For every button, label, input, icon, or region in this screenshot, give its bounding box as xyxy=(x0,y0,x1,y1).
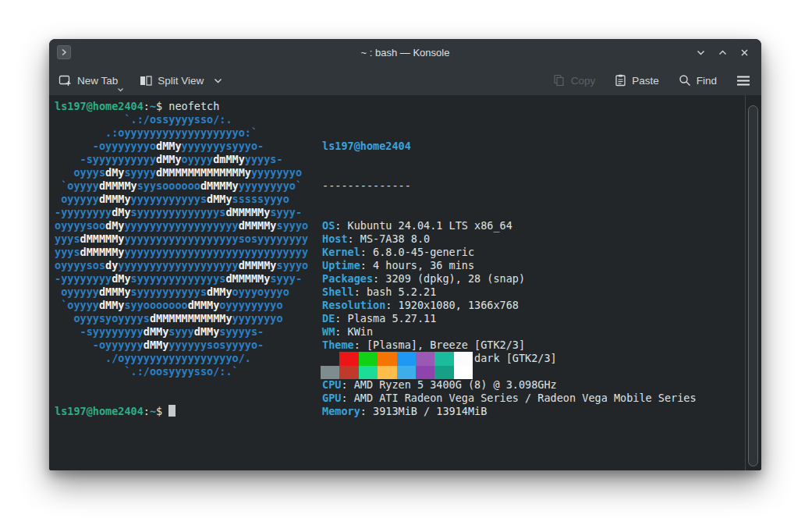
find-label: Find xyxy=(697,75,717,87)
toolbar-left-group: New Tab Split View xyxy=(59,74,222,87)
color-swatch xyxy=(397,352,416,366)
color-swatch xyxy=(359,366,378,380)
info-entry: WM: KWin xyxy=(322,325,697,339)
palette-row2 xyxy=(321,366,473,380)
color-swatch xyxy=(378,366,396,380)
prompt-path: ~ xyxy=(150,405,156,417)
terminal[interactable]: ls197@home2404:~$ neofetch `.:/ossyyyyss… xyxy=(49,95,761,470)
new-tab-button[interactable]: New Tab xyxy=(59,74,118,87)
info-entry: Resolution: 1920x1080, 1366x768 xyxy=(322,299,697,312)
command-line: ls197@home2404:~$ neofetch xyxy=(55,100,219,113)
prompt-colon: : xyxy=(144,100,150,112)
ascii-art-line: oyyyysoodMyyyyyyyyyyyyyyyyyyydMMMMysyyyo xyxy=(55,219,308,232)
prompt-dollar: $ xyxy=(156,405,168,417)
info-entry: GPU: AMD ATI Radeon Vega Series / Radeon… xyxy=(322,392,697,405)
ascii-art-line: -oyyyyyyyodMMyyyyyyyysyyyo- xyxy=(55,140,308,153)
info-entry: Theme: [Plasma], Breeze [GTK2/3] xyxy=(322,339,697,352)
ascii-art-line: .:oyyyyyyyyyyyyyyyyyyo:` xyxy=(55,126,308,140)
info-entry: Memory: 3913MiB / 13914MiB xyxy=(322,405,697,418)
split-view-icon xyxy=(140,75,152,87)
ascii-art-line: -yyyyyyyydMysyyyyyyyyyyyyysdMMMMMysyyy- xyxy=(55,272,308,286)
find-button[interactable]: Find xyxy=(679,74,717,87)
color-swatch xyxy=(339,352,358,366)
color-swatch xyxy=(321,352,339,366)
ascii-art-line: `oyyyydMMMMysyysoooooodMMMMyyyyyyyyyo` xyxy=(55,179,308,193)
ascii-art-line: -oyyyyyydMMyyyyyyysosyyyyo- xyxy=(55,339,308,352)
ascii-art-line: yyysdMMMMMyyyyyyyyyyyyyyyyyyyyyyyyyyyyyy xyxy=(55,246,308,259)
split-view-label: Split View xyxy=(158,75,204,87)
ascii-art-line: yyysdMMMMMyyyyyyyyyyyyyyyyyyysosyyyyyyyy xyxy=(55,232,308,246)
chevron-up-icon xyxy=(718,48,728,58)
info-entry: Shell: bash 5.2.21 xyxy=(322,286,697,299)
ascii-art-line: -syyyyyyyyyydMMyoyyyydmMMyyyyys- xyxy=(55,153,308,166)
titlebar[interactable]: ~ : bash — Konsole xyxy=(49,39,761,66)
color-swatch xyxy=(339,366,358,380)
copy-button[interactable]: Copy xyxy=(553,74,596,87)
color-swatch xyxy=(434,352,453,366)
split-view-button[interactable]: Split View xyxy=(140,75,222,87)
ascii-art-line: oyyyysosdyyyyyyyyyyyyyyyyyyyydMMMMysyyyo xyxy=(55,259,308,272)
ascii-art-line: oyyysdMysyyyydMMMMMMMMMMMMMyyyyyyyyo xyxy=(55,166,308,179)
color-swatch xyxy=(359,352,378,366)
color-swatch xyxy=(434,366,453,380)
new-tab-label: New Tab xyxy=(77,75,118,87)
color-swatch xyxy=(454,352,473,366)
search-icon xyxy=(679,74,691,87)
hamburger-icon xyxy=(736,76,750,86)
info-entry: OS: Kubuntu 24.04.1 LTS x86_64 xyxy=(322,219,697,232)
prompt-dollar: $ xyxy=(156,100,168,112)
palette xyxy=(321,352,473,379)
palette-row1 xyxy=(321,352,473,366)
color-swatch xyxy=(397,366,416,380)
command-text: neofetch xyxy=(168,100,219,112)
scrollbar-thumb[interactable] xyxy=(748,105,758,466)
ascii-art-line: oyyysyoyyyysdMMMMMMMMMMMyyyyyyyyo xyxy=(55,312,308,325)
info-entries: OS: Kubuntu 24.04.1 LTS x86_64Host: MS-7… xyxy=(322,219,697,418)
ascii-art-line: -yyyyyyyydMysyyyyyyyyyyyyysdMMMMMysyyy- xyxy=(55,206,308,219)
desktop-background: ~ : bash — Konsole xyxy=(0,0,812,532)
konsole-window: ~ : bash — Konsole xyxy=(49,39,761,470)
copy-icon xyxy=(553,74,566,87)
terminal-prompt-icon xyxy=(60,48,68,56)
ascii-art-line: -syyyyyyyydMMysyyydMMysyyyys- xyxy=(55,325,308,339)
ascii-art: `.:/ossyyyysso/:. .:oyyyyyyyyyyyyyyyyyyo… xyxy=(55,113,308,378)
info-entry: Host: MS-7A38 8.0 xyxy=(322,232,697,246)
info-entry: Kernel: 6.8.0-45-generic xyxy=(322,246,697,259)
info-entry: Uptime: 4 hours, 36 mins xyxy=(322,259,697,272)
chevron-down-icon xyxy=(117,87,124,92)
ascii-art-line: `.:/oosyyyysso/:.` xyxy=(55,365,308,378)
menu-button[interactable] xyxy=(736,76,750,86)
ascii-art-line: oyyyyydMMMyyyyyyyyyyyysdMMysssssyyyo xyxy=(55,193,308,206)
info-entry: Packages: 3209 (dpkg), 28 (snap) xyxy=(322,272,697,286)
chevron-down-icon xyxy=(214,78,222,83)
info-entry: DE: Plasma 5.27.11 xyxy=(322,312,697,325)
prompt-user-host: ls197@home2404 xyxy=(55,100,144,112)
new-tab-icon xyxy=(59,74,72,87)
cursor-block xyxy=(168,405,176,417)
ascii-art-line: `.:/ossyyyysso/:. xyxy=(55,113,308,126)
ascii-art-line: `oyyyydMMysyyooooooodMMMyoyyyyyyyyo xyxy=(55,299,308,312)
color-swatch xyxy=(378,352,396,366)
info-title: ls197@home2404 xyxy=(322,140,697,153)
minimize-button[interactable] xyxy=(694,46,707,59)
maximize-button[interactable] xyxy=(716,46,729,59)
color-swatch xyxy=(416,352,434,366)
info-entry: CPU: AMD Ryzen 5 3400G (8) @ 3.098GHz xyxy=(322,378,697,392)
scrollbar[interactable] xyxy=(745,95,761,470)
window-controls xyxy=(694,46,753,59)
window-title: ~ : bash — Konsole xyxy=(49,47,761,59)
prompt-user-host: ls197@home2404 xyxy=(55,405,144,417)
prompt-line: ls197@home2404:~$ xyxy=(55,405,176,418)
paste-icon xyxy=(615,74,626,87)
konsole-app-icon[interactable] xyxy=(57,45,71,59)
color-swatch xyxy=(321,366,339,380)
color-swatch xyxy=(454,366,473,380)
paste-label: Paste xyxy=(632,75,659,87)
chevron-down-icon xyxy=(696,48,706,58)
info-separator: -------------- xyxy=(322,179,697,193)
ascii-art-line: oyyyyydMMMysyyyyyyyyyysdMMyoyyyoyyyo xyxy=(55,286,308,299)
paste-button[interactable]: Paste xyxy=(615,74,659,87)
close-button[interactable] xyxy=(738,46,750,59)
ascii-art-line: ./oyyyyyyyyyyyyyyyyyo/. xyxy=(55,352,308,365)
prompt-path: ~ xyxy=(150,100,156,112)
